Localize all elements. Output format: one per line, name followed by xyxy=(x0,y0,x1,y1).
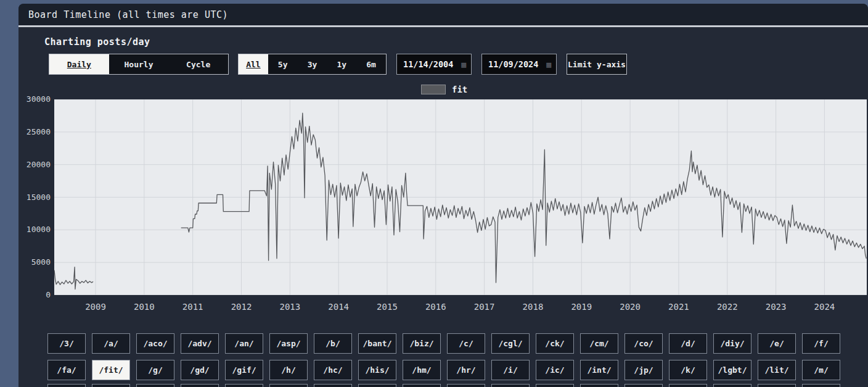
board-button-m[interactable]: /m/ xyxy=(802,360,840,380)
board-button-hr[interactable]: /hr/ xyxy=(447,360,485,380)
board-button-f[interactable]: /f/ xyxy=(802,333,840,354)
board-button[interactable] xyxy=(624,384,663,387)
board-button[interactable] xyxy=(669,384,707,387)
board-button-gif[interactable]: /gif/ xyxy=(225,360,263,380)
y-tick-label: 0 xyxy=(18,290,51,300)
board-button[interactable] xyxy=(92,384,130,387)
x-tick-label: 2015 xyxy=(369,301,406,312)
board-button[interactable] xyxy=(47,384,86,387)
board-button-ck[interactable]: /ck/ xyxy=(536,333,574,354)
board-button-3[interactable]: /3/ xyxy=(47,333,86,354)
board-button[interactable] xyxy=(758,384,796,387)
board-button-b[interactable]: /b/ xyxy=(314,333,352,354)
board-timeline-window: Board Timeline (all times are UTC) Chart… xyxy=(18,4,868,387)
board-button[interactable] xyxy=(136,384,174,387)
board-button-ic[interactable]: /ic/ xyxy=(536,360,574,380)
range-button-all[interactable]: All xyxy=(239,54,268,74)
board-button[interactable] xyxy=(580,384,618,387)
y-tick-label: 20000 xyxy=(18,160,51,170)
board-button-d[interactable]: /d/ xyxy=(669,333,707,354)
board-row-1: /3//a//aco//adv//an//asp//b//bant//biz//… xyxy=(47,333,840,354)
board-button-his[interactable]: /his/ xyxy=(358,360,396,380)
board-button-cm[interactable]: /cm/ xyxy=(580,333,618,354)
board-button[interactable] xyxy=(491,384,530,387)
board-button-fit[interactable]: /fit/ xyxy=(92,360,130,380)
board-button-aco[interactable]: /aco/ xyxy=(136,333,174,354)
x-tick-label: 2020 xyxy=(612,301,649,312)
x-tick-label: 2019 xyxy=(563,301,600,312)
range-button-5y[interactable]: 5y xyxy=(268,54,298,74)
board-button-adv[interactable]: /adv/ xyxy=(181,333,219,354)
board-button-asp[interactable]: /asp/ xyxy=(269,333,308,354)
board-button-diy[interactable]: /diy/ xyxy=(713,333,751,354)
x-tick-label: 2010 xyxy=(126,301,163,312)
calendar-icon[interactable]: ▦ xyxy=(461,60,466,69)
range-button-6m[interactable]: 6m xyxy=(356,54,386,74)
board-row-2: /fa//fit//g//gd//gif//h//hc//his//hm//hr… xyxy=(47,360,840,380)
legend-item-fit[interactable]: fit xyxy=(421,85,467,94)
y-tick-label: 15000 xyxy=(18,193,51,202)
mode-button-daily[interactable]: Daily xyxy=(49,54,109,74)
board-button[interactable] xyxy=(802,384,840,387)
window-titlebar: Board Timeline (all times are UTC) xyxy=(18,4,868,27)
mode-button-cycle[interactable]: Cycle xyxy=(168,54,228,74)
date-to-value: 11/09/2024 xyxy=(488,59,538,69)
x-tick-label: 2022 xyxy=(709,301,746,312)
range-button-3y[interactable]: 3y xyxy=(298,54,327,74)
chart-area: 050001000015000200002500030000 200920102… xyxy=(18,99,868,322)
board-button-an[interactable]: /an/ xyxy=(225,333,263,354)
board-button[interactable] xyxy=(314,384,352,387)
board-button[interactable] xyxy=(403,384,441,387)
range-button-1y[interactable]: 1y xyxy=(327,54,356,74)
board-button[interactable] xyxy=(536,384,574,387)
board-button-c[interactable]: /c/ xyxy=(447,333,485,354)
board-button-k[interactable]: /k/ xyxy=(669,360,707,380)
legend-swatch xyxy=(421,85,446,94)
legend-label: fit xyxy=(452,85,467,94)
x-tick-label: 2009 xyxy=(77,301,114,312)
board-button[interactable] xyxy=(713,384,751,387)
board-button[interactable] xyxy=(225,384,263,387)
board-button-lgbt[interactable]: /lgbt/ xyxy=(713,360,751,380)
board-button-co[interactable]: /co/ xyxy=(624,333,663,354)
board-button-hm[interactable]: /hm/ xyxy=(403,360,441,380)
date-to-input[interactable]: 11/09/2024 ▦ xyxy=(481,54,557,75)
board-button-e[interactable]: /e/ xyxy=(758,333,796,354)
board-button-i[interactable]: /i/ xyxy=(491,360,530,380)
board-button-biz[interactable]: /biz/ xyxy=(403,333,441,354)
board-button[interactable] xyxy=(181,384,219,387)
date-from-value: 11/14/2004 xyxy=(403,59,453,69)
x-tick-label: 2021 xyxy=(660,301,697,312)
timeline-chart[interactable] xyxy=(54,99,867,295)
board-button[interactable] xyxy=(358,384,396,387)
chart-subtitle: Charting posts/day xyxy=(44,36,150,48)
limit-y-axis-button[interactable]: Limit y-axis xyxy=(567,54,627,75)
board-button[interactable] xyxy=(269,384,308,387)
date-from-input[interactable]: 11/14/2004 ▦ xyxy=(396,54,472,75)
board-button-lit[interactable]: /lit/ xyxy=(758,360,796,380)
y-tick-label: 10000 xyxy=(18,225,51,235)
board-button-hc[interactable]: /hc/ xyxy=(314,360,352,380)
x-tick-label: 2011 xyxy=(174,301,211,312)
x-tick-label: 2013 xyxy=(271,301,308,312)
board-button-jp[interactable]: /jp/ xyxy=(624,360,663,380)
board-button-int[interactable]: /int/ xyxy=(580,360,618,380)
board-button-g[interactable]: /g/ xyxy=(136,360,174,380)
board-button-cgl[interactable]: /cgl/ xyxy=(491,333,530,354)
board-button-bant[interactable]: /bant/ xyxy=(358,333,396,354)
y-tick-label: 5000 xyxy=(18,257,51,267)
window-title: Board Timeline (all times are UTC) xyxy=(28,9,228,20)
calendar-icon[interactable]: ▦ xyxy=(546,60,551,69)
board-button-a[interactable]: /a/ xyxy=(92,333,130,354)
board-button-fa[interactable]: /fa/ xyxy=(47,360,86,380)
x-tick-label: 2016 xyxy=(417,301,454,312)
x-tick-label: 2024 xyxy=(806,301,843,312)
x-tick-label: 2014 xyxy=(320,301,357,312)
board-button-gd[interactable]: /gd/ xyxy=(181,360,219,380)
x-tick-label: 2017 xyxy=(466,301,503,312)
board-row-3 xyxy=(47,384,840,387)
board-button-h[interactable]: /h/ xyxy=(269,360,308,380)
x-tick-label: 2018 xyxy=(514,301,551,312)
mode-button-hourly[interactable]: Hourly xyxy=(109,54,169,74)
board-button[interactable] xyxy=(447,384,485,387)
